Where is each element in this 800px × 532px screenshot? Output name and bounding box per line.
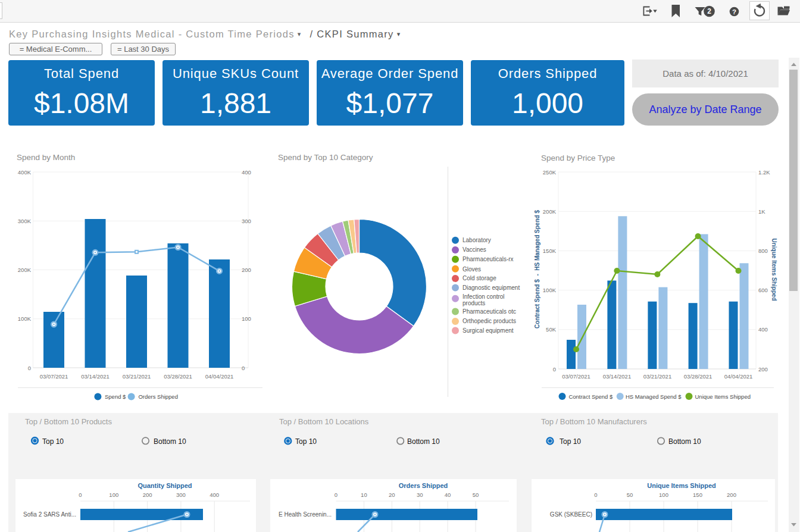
svg-text:50K: 50K: [546, 326, 557, 333]
svg-text:03/14/2021: 03/14/2021: [603, 373, 632, 380]
svg-text:03/28/2021: 03/28/2021: [164, 373, 192, 380]
svg-text:Spend by Price Type: Spend by Price Type: [541, 154, 615, 162]
svg-text:Orthopedic products: Orthopedic products: [462, 318, 516, 324]
svg-text:Vaccines: Vaccines: [462, 246, 486, 253]
svg-text:Contract Spend $ - HS Manage: Contract Spend $ - HS Managed Spend $: [534, 210, 540, 328]
svg-text:03/28/2021: 03/28/2021: [684, 373, 712, 380]
svg-text:100K: 100K: [543, 287, 557, 293]
svg-text:Surgical equipment: Surgical equipment: [462, 327, 514, 334]
svg-text:Diagnostic equipment: Diagnostic equipment: [462, 284, 520, 291]
svg-text:Cold storage: Cold storage: [462, 275, 496, 281]
svg-text:?: ?: [732, 8, 736, 15]
svg-text:Laboratory: Laboratory: [462, 237, 491, 243]
svg-text:Orders Shipped: Orders Shipped: [399, 482, 448, 489]
svg-text:04/04/2021: 04/04/2021: [205, 373, 234, 380]
svg-text:2: 2: [707, 7, 711, 15]
svg-text:200K: 200K: [543, 208, 557, 215]
svg-text:0: 0: [335, 492, 338, 498]
svg-text:100: 100: [242, 315, 251, 322]
svg-text:10: 10: [361, 492, 367, 498]
svg-text:200K: 200K: [18, 267, 32, 273]
svg-text:Contract Spend $: Contract Spend $: [568, 393, 613, 400]
svg-text:Orders Shipped: Orders Shipped: [138, 393, 178, 400]
svg-text:Gloves: Gloves: [462, 266, 481, 273]
svg-text:400K: 400K: [18, 169, 32, 176]
svg-text:03/14/2021: 03/14/2021: [81, 373, 110, 380]
svg-text:03/07/2021: 03/07/2021: [40, 373, 68, 380]
svg-text:300: 300: [176, 492, 186, 498]
svg-text:200: 200: [143, 492, 152, 498]
svg-text:0: 0: [594, 492, 597, 498]
svg-text:150K: 150K: [543, 248, 557, 254]
svg-text:0: 0: [28, 365, 31, 371]
svg-text:1K: 1K: [758, 208, 765, 215]
svg-text:Spend by Month: Spend by Month: [17, 153, 75, 162]
svg-text:300: 300: [242, 218, 251, 224]
svg-text:03/21/2021: 03/21/2021: [643, 373, 672, 380]
svg-text:50: 50: [627, 492, 633, 498]
svg-text:50: 50: [473, 492, 479, 498]
svg-text:300K: 300K: [18, 218, 32, 224]
svg-text:03/07/2021: 03/07/2021: [562, 373, 590, 380]
svg-text:Quantity Shipped: Quantity Shipped: [138, 482, 192, 489]
svg-text:200: 200: [758, 366, 768, 373]
svg-text:400: 400: [758, 326, 768, 333]
svg-text:HS Managed Spend $: HS Managed Spend $: [626, 393, 682, 400]
svg-text:Infection control: Infection control: [462, 293, 505, 300]
svg-text:600: 600: [758, 287, 768, 293]
svg-text:Unique Items Shipped: Unique Items Shipped: [771, 238, 777, 301]
svg-text:products: products: [462, 300, 485, 306]
svg-text:0: 0: [242, 365, 245, 371]
svg-text:0: 0: [553, 366, 556, 373]
svg-text:150: 150: [693, 492, 702, 498]
svg-text:100K: 100K: [18, 315, 32, 322]
svg-text:Pharmaceuticals-rx: Pharmaceuticals-rx: [462, 256, 514, 262]
svg-text:400: 400: [210, 492, 219, 498]
svg-text:200: 200: [242, 267, 251, 273]
svg-text:Unique Items Shipped: Unique Items Shipped: [695, 393, 751, 400]
svg-text:0: 0: [79, 492, 82, 498]
svg-text:40: 40: [445, 492, 451, 498]
svg-text:1.2K: 1.2K: [758, 169, 770, 176]
svg-text:04/04/2021: 04/04/2021: [724, 373, 753, 380]
svg-text:Pharmaceuticals otc: Pharmaceuticals otc: [462, 308, 516, 315]
svg-text:03/21/2021: 03/21/2021: [123, 373, 151, 380]
svg-text:20: 20: [389, 492, 395, 498]
svg-text:30: 30: [417, 492, 423, 498]
svg-text:100: 100: [109, 492, 118, 498]
svg-text:GSK (SKBEEC): GSK (SKBEEC): [550, 511, 592, 518]
svg-text:400: 400: [242, 169, 251, 176]
svg-text:Sofia 2 SARS Anti...: Sofia 2 SARS Anti...: [23, 511, 76, 518]
svg-text:Spend by Top 10 Category: Spend by Top 10 Category: [278, 153, 373, 162]
svg-text:250K: 250K: [543, 169, 557, 176]
svg-text:E Health Screenin...: E Health Screenin...: [279, 511, 332, 518]
svg-text:800: 800: [758, 248, 768, 254]
svg-text:Unique Items Shipped: Unique Items Shipped: [647, 482, 716, 489]
svg-text:Spend $: Spend $: [105, 393, 126, 400]
svg-text:200: 200: [727, 492, 736, 498]
svg-text:100: 100: [659, 492, 668, 498]
